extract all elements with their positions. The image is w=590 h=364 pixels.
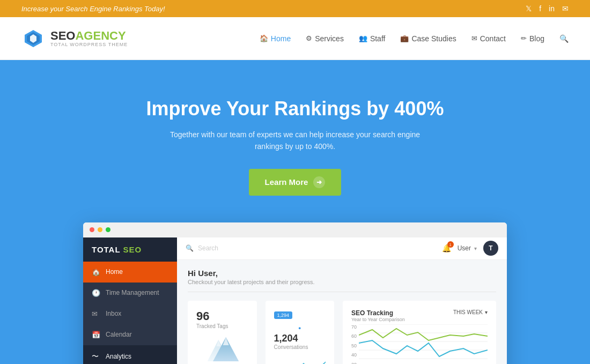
sidebar-item-time[interactable]: 🕐 Time Management <box>83 283 177 303</box>
seo-line-chart <box>359 324 488 364</box>
services-icon: ⚙ <box>306 34 312 42</box>
seo-tracking-title: SEO Tracking <box>351 309 405 317</box>
dashboard-content: Hi User, Checkout your latest projects a… <box>177 260 507 364</box>
navbar: SEOAGENCY TOTAL WORDPRESS THEME 🏠Home ⚙S… <box>0 17 590 60</box>
sidebar-item-calendar[interactable]: 📅 Calendar <box>83 324 177 345</box>
hero-section: Improve Your Rankings by 400% Together w… <box>0 60 590 364</box>
topbar-right: 🔔 1 User ▾ T <box>442 241 498 256</box>
blog-icon: ✏ <box>521 34 527 42</box>
dashboard-titlebar <box>83 222 507 237</box>
seo-widget-header: SEO Tracking Year to Year Comparison THI… <box>351 309 488 322</box>
logo-name: SEOAGENCY <box>50 30 128 42</box>
nav-item-contact[interactable]: ✉Contact <box>471 34 506 43</box>
sidebar-brand: TOTAL SEO <box>92 245 168 254</box>
greeting-text: Hi User, <box>188 269 496 278</box>
sidebar-home-label: Home <box>106 268 123 276</box>
user-label: User <box>458 244 471 252</box>
twitter-icon[interactable]: 𝕏 <box>526 4 532 13</box>
sidebar-item-inbox[interactable]: ✉ Inbox <box>83 303 177 324</box>
nav-home-label: Home <box>271 34 291 43</box>
tooltip-dot: ● <box>298 325 301 331</box>
staff-icon: 👥 <box>359 34 367 42</box>
mountain-chart <box>196 335 248 364</box>
close-dot <box>90 227 94 232</box>
sidebar-header: TOTAL SEO <box>83 237 177 262</box>
y-label-40: 40 <box>351 352 357 358</box>
nav-contact-label: Contact <box>480 34 506 43</box>
nav-item-blog[interactable]: ✏Blog <box>521 34 544 43</box>
conversations-label: Conversations <box>274 344 326 350</box>
sidebar-time-label: Time Management <box>106 289 159 296</box>
notification-bell[interactable]: 🔔 1 <box>442 244 451 252</box>
nav-item-services[interactable]: ⚙Services <box>306 34 344 43</box>
linkedin-icon[interactable]: in <box>549 4 555 13</box>
facebook-icon[interactable]: f <box>539 4 541 13</box>
avatar[interactable]: T <box>483 241 498 256</box>
top-bar-message: Increase your Search Engine Rankings Tod… <box>21 5 165 13</box>
dashboard-main: 🔍 Search 🔔 1 User ▾ T <box>177 237 507 364</box>
sidebar-inbox-label: Inbox <box>106 310 121 317</box>
dashboard-mockup: TOTAL SEO 🏠 Home 🕐 Time Management ✉ Inb… <box>83 222 507 364</box>
widgets-row: 96 Tracked Tags <box>188 301 496 364</box>
top-bar: Increase your Search Engine Rankings Tod… <box>0 0 590 17</box>
sidebar-item-analytics[interactable]: 〜 Analytics <box>83 345 177 364</box>
sidebar-calendar-label: Calendar <box>106 331 132 338</box>
nav-links: 🏠Home ⚙Services 👥Staff 💼Case Studies ✉Co… <box>260 34 569 43</box>
logo-icon <box>21 27 45 50</box>
logo-seo: SEO <box>50 29 75 42</box>
search-placeholder: Search <box>198 244 218 252</box>
y-label-70: 70 <box>351 324 357 330</box>
logo-tagline: TOTAL WORDPRESS THEME <box>50 42 128 47</box>
seo-tracking-widget: SEO Tracking Year to Year Comparison THI… <box>343 301 496 364</box>
minimize-dot <box>98 227 102 232</box>
contact-icon: ✉ <box>471 34 477 42</box>
hero-subtitle: Together with our team of experts we can… <box>161 129 429 153</box>
period-label: THIS WEEK <box>453 309 483 315</box>
logo: SEOAGENCY TOTAL WORDPRESS THEME <box>21 27 128 50</box>
chevron-down-icon: ▾ <box>474 246 477 251</box>
dashboard-body: TOTAL SEO 🏠 Home 🕐 Time Management ✉ Inb… <box>83 237 507 364</box>
nav-services-label: Services <box>315 34 344 43</box>
tracked-tags-label: Tracked Tags <box>196 323 248 329</box>
nav-staff-label: Staff <box>370 34 386 43</box>
user-menu[interactable]: User ▾ <box>458 244 477 252</box>
conversations-chart <box>274 355 326 364</box>
conversations-tooltip: 1,294 <box>274 311 293 319</box>
sidebar-item-home[interactable]: 🏠 Home <box>83 262 177 283</box>
seo-period-selector[interactable]: THIS WEEK ▾ <box>453 309 488 315</box>
nav-item-case-studies[interactable]: 💼Case Studies <box>400 34 456 43</box>
email-icon[interactable]: ✉ <box>562 4 569 13</box>
expand-dot <box>106 227 110 232</box>
time-icon: 🕐 <box>92 289 100 297</box>
tracked-tags-widget: 96 Tracked Tags <box>188 301 257 364</box>
seo-widget-titles: SEO Tracking Year to Year Comparison <box>351 309 405 322</box>
sidebar-analytics-label: Analytics <box>106 353 131 360</box>
nav-blog-label: Blog <box>529 34 544 43</box>
y-label-50: 50 <box>351 343 357 348</box>
conversations-widget: 1,294 ● 1,204 Conversations <box>266 301 335 364</box>
nav-item-search[interactable]: 🔍 <box>559 34 569 43</box>
y-axis: 70 60 50 40 20 <box>351 324 359 364</box>
nav-item-staff[interactable]: 👥Staff <box>359 34 386 43</box>
hero-title: Improve Your Rankings by 400% <box>146 98 444 120</box>
y-label-60: 60 <box>351 333 357 339</box>
tracked-tags-value: 96 <box>196 309 248 323</box>
case-studies-icon: 💼 <box>400 34 409 42</box>
learn-more-button[interactable]: Learn More ➜ <box>249 169 342 196</box>
nav-item-home[interactable]: 🏠Home <box>260 34 291 43</box>
calendar-icon: 📅 <box>92 331 100 339</box>
nav-case-studies-label: Case Studies <box>411 34 456 43</box>
home-nav-icon: 🏠 <box>92 268 100 276</box>
y-label-20: 20 <box>351 362 357 364</box>
search-area[interactable]: 🔍 Search <box>186 244 437 252</box>
arrow-icon: ➜ <box>313 176 325 188</box>
search-icon: 🔍 <box>186 244 194 252</box>
inbox-icon: ✉ <box>92 310 100 318</box>
top-bar-social-icons: 𝕏 f in ✉ <box>526 4 569 13</box>
seo-tracking-sub: Year to Year Comparison <box>351 317 405 322</box>
dashboard-topbar: 🔍 Search 🔔 1 User ▾ T <box>177 237 507 260</box>
analytics-icon: 〜 <box>92 352 100 361</box>
sidebar-brand-total: TOTAL <box>92 245 120 254</box>
period-chevron-icon: ▾ <box>485 309 488 315</box>
bell-badge: 1 <box>447 241 454 248</box>
